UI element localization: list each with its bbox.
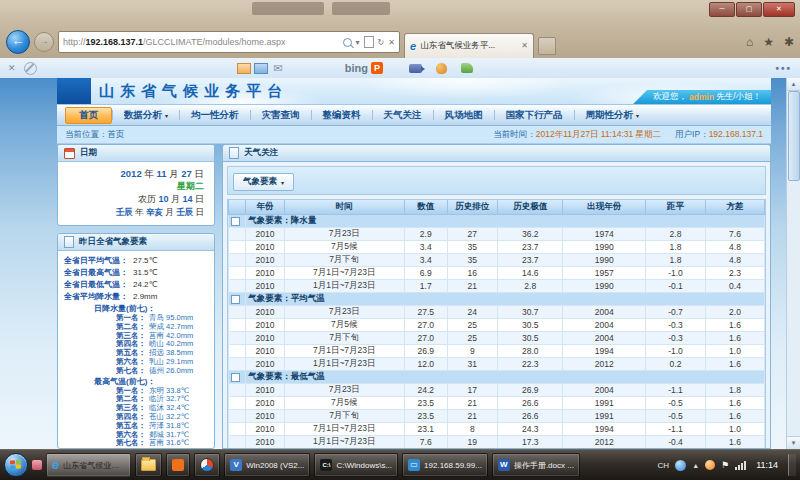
start-button[interactable] — [4, 453, 28, 477]
orange-app-icon — [172, 459, 184, 471]
circle-app-icon — [200, 458, 214, 472]
taskbar-clock[interactable]: 11:14 — [756, 460, 778, 470]
nav-item-8[interactable]: 周期性分析▾ — [575, 107, 651, 124]
calendar-line: 2012 年 11 月 27 日 — [68, 167, 204, 180]
tab-close-icon[interactable]: ✕ — [521, 41, 528, 50]
addon-icon[interactable] — [254, 63, 268, 74]
nav-item-label: 国家下行产品 — [506, 109, 563, 122]
item-label: 第六名： — [116, 357, 146, 366]
back-button[interactable]: ← — [6, 30, 30, 54]
nav-item-label: 天气关注 — [384, 109, 422, 122]
breadcrumb: 当前位置：首页 — [65, 129, 125, 141]
addon-icon[interactable] — [237, 63, 251, 74]
table-row[interactable]: 20107月下旬23.52126.61991-0.51.6 — [229, 410, 765, 423]
table-row[interactable]: 20107月5候3.43523.719901.84.8 — [229, 241, 765, 254]
table-row[interactable]: 20107月23日27.52430.72004-0.72.0 — [229, 306, 765, 319]
address-bar[interactable]: http://192.168.137.1/GLCCLIMATE/modules/… — [58, 31, 400, 53]
nav-item-4[interactable]: 整编资料 — [312, 107, 372, 124]
mail-icon[interactable]: ✉ — [274, 62, 283, 75]
more-commands-icon[interactable]: ••• — [775, 63, 792, 74]
taskbar-window-ie[interactable]: e 山东省气候业务平... — [46, 453, 131, 477]
tray-expand-icon[interactable]: ▲ — [692, 462, 699, 469]
item-label: 第七名： — [116, 366, 146, 375]
element-filter-button[interactable]: 气象要素▾ — [233, 173, 294, 191]
table-row[interactable]: 20101月1日~7月23日1.7212.81990-0.10.4 — [229, 280, 765, 293]
network-globe-icon[interactable] — [675, 460, 686, 471]
scroll-down-icon[interactable]: ▼ — [787, 436, 800, 449]
group-row[interactable]: 气象要素：最低气温 — [229, 371, 765, 384]
table-row[interactable]: 20101月1日~7月23日12.03122.320120.21.6 — [229, 358, 765, 371]
group-checkbox[interactable] — [231, 295, 240, 304]
table-cell: 21 — [447, 410, 497, 423]
group-row[interactable]: 气象要素：降水量 — [229, 215, 765, 228]
bing-badge-icon[interactable]: P — [371, 62, 383, 74]
table-row[interactable]: 20107月下旬3.43523.719901.84.8 — [229, 254, 765, 267]
user-ip-status: 用户IP：192.168.137.1 — [675, 129, 763, 141]
taskbar-window-word[interactable]: W操作手册.docx ... — [492, 453, 580, 477]
home-icon[interactable]: ⌂ — [746, 35, 753, 49]
compatibility-view-icon[interactable] — [364, 36, 374, 48]
paw-addon-icon[interactable] — [436, 63, 447, 74]
row-select-cell — [229, 410, 246, 423]
blocked-icon[interactable] — [24, 62, 37, 75]
table-row[interactable]: 20107月23日24.21726.92004-1.11.8 — [229, 384, 765, 397]
taskbar-pinned-explorer[interactable] — [135, 453, 162, 477]
taskbar-window-remote[interactable]: ▭192.168.59.99... — [402, 453, 488, 477]
stop-icon[interactable]: ✕ — [388, 38, 395, 47]
minimize-button[interactable]: ─ — [709, 2, 735, 17]
taskbar-pinned-circle-app[interactable] — [194, 453, 220, 477]
group-checkbox[interactable] — [231, 217, 240, 226]
browser-tab[interactable]: e 山东省气候业务平... ✕ — [404, 33, 534, 58]
close-button[interactable]: ✕ — [763, 2, 795, 17]
people-addon-icon[interactable] — [461, 63, 473, 73]
table-cell: 23.7 — [498, 254, 563, 267]
table-row[interactable]: 20107月1日~7月23日23.1824.31994-1.11.0 — [229, 423, 765, 436]
maximize-button[interactable]: ▢ — [736, 2, 762, 17]
table-cell: 1月1日~7月23日 — [284, 280, 404, 293]
table-row[interactable]: 20107月23日2.92736.219742.87.6 — [229, 228, 765, 241]
nav-item-3[interactable]: 灾害查询 — [251, 107, 311, 124]
taskbar-window-vm[interactable]: VWin2008 (VS2... — [224, 453, 310, 477]
autocomplete-dropdown-icon[interactable]: ▾ — [356, 38, 360, 47]
nav-item-0[interactable]: 首页 — [65, 107, 112, 124]
bing-logo[interactable]: bing — [345, 62, 368, 74]
nav-item-1[interactable]: 数据分析▾ — [113, 107, 179, 124]
table-row[interactable]: 20107月5候23.52126.61991-0.51.6 — [229, 397, 765, 410]
language-indicator[interactable]: CH — [658, 461, 670, 470]
search-icon[interactable] — [343, 38, 352, 47]
taskbar-window-console[interactable]: C:\C:\Windows\s... — [314, 453, 398, 477]
table-row[interactable]: 20107月1日~7月23日26.9928.01994-1.01.0 — [229, 345, 765, 358]
table-row[interactable]: 20107月5候27.02530.52004-0.31.6 — [229, 319, 765, 332]
group-select-cell — [229, 215, 246, 228]
refresh-icon[interactable]: ↻ — [378, 38, 385, 47]
nav-item-7[interactable]: 国家下行产品 — [495, 107, 574, 124]
scroll-up-icon[interactable]: ▲ — [787, 78, 800, 91]
table-row[interactable]: 20101月1日~7月23日7.61917.32012-0.41.6 — [229, 436, 765, 449]
show-desktop-button[interactable] — [788, 454, 796, 476]
table-cell: 2010 — [246, 423, 285, 436]
table-cell: 2.8 — [645, 228, 705, 241]
nav-item-5[interactable]: 天气关注 — [373, 107, 433, 124]
table-row[interactable]: 20107月下旬27.02530.52004-0.31.6 — [229, 332, 765, 345]
tray-orange-icon[interactable] — [705, 460, 715, 470]
scrollbar-thumb[interactable] — [788, 91, 800, 181]
new-tab-button[interactable] — [538, 37, 556, 55]
favorites-star-icon[interactable]: ★ — [763, 35, 774, 49]
group-row[interactable]: 气象要素：平均气温 — [229, 293, 765, 306]
table-row[interactable]: 20107月1日~7月23日6.91614.61957-1.02.3 — [229, 267, 765, 280]
pinned-app-icon[interactable] — [32, 460, 42, 470]
page-scrollbar[interactable]: ▲ ▼ — [786, 78, 800, 449]
taskbar-pinned-orange-app[interactable] — [166, 453, 190, 477]
forward-button[interactable]: → — [34, 32, 54, 52]
tools-gear-icon[interactable]: ✱ — [784, 35, 794, 49]
camera-addon-icon[interactable] — [409, 64, 422, 73]
item-label: 第一名： — [116, 313, 146, 322]
table-cell: 1.6 — [705, 436, 764, 449]
addon-card-icons[interactable] — [237, 63, 268, 74]
nav-item-2[interactable]: 均一性分析 — [180, 107, 250, 124]
action-center-flag-icon[interactable]: ⚑ — [721, 460, 729, 470]
addon-bar-close-icon[interactable]: ✕ — [8, 63, 16, 73]
nav-item-6[interactable]: 风场地图 — [434, 107, 494, 124]
group-checkbox[interactable] — [231, 373, 240, 382]
network-signal-icon[interactable] — [735, 461, 746, 470]
